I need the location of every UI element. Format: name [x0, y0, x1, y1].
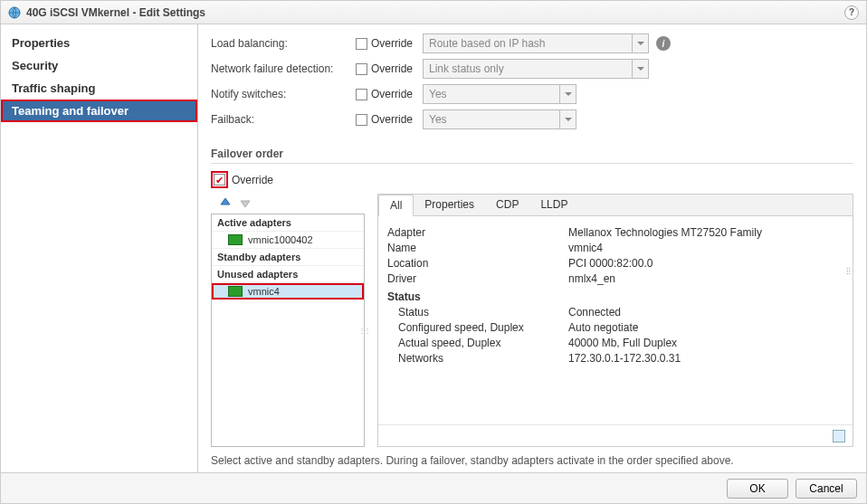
- category-active-adapters: Active adapters: [212, 214, 364, 232]
- dropdown-failure-detection[interactable]: Link status only: [423, 59, 649, 79]
- chevron-down-icon: [632, 60, 648, 78]
- copy-icon[interactable]: [833, 430, 845, 442]
- detail-tabs: All Properties CDP LLDP: [378, 195, 853, 216]
- status-header: Status: [387, 290, 843, 303]
- tab-lldp[interactable]: LLDP: [529, 195, 578, 215]
- label-load-balancing: Load balancing:: [211, 37, 356, 50]
- adapter-detail-panel: All Properties CDP LLDP AdapterMellanox …: [377, 194, 853, 447]
- dropdown-notify-switches[interactable]: Yes: [423, 84, 576, 104]
- override-load-balancing[interactable]: Override: [356, 37, 423, 50]
- override-failure-detection[interactable]: Override: [356, 62, 423, 75]
- failover-order-header: Failover order: [211, 142, 853, 164]
- nic-icon: [228, 286, 243, 297]
- category-unused-adapters: Unused adapters: [212, 266, 364, 283]
- category-standby-adapters: Standby adapters: [212, 249, 364, 266]
- sidebar-item-teaming-failover[interactable]: Teaming and failover: [1, 100, 197, 122]
- cancel-button[interactable]: Cancel: [796, 479, 857, 499]
- adapter-row-vmnic4[interactable]: vmnic4: [212, 283, 364, 300]
- label-notify-switches: Notify switches:: [211, 88, 356, 100]
- chevron-down-icon: [632, 34, 648, 52]
- checkbox-icon: [356, 38, 367, 50]
- dropdown-load-balancing[interactable]: Route based on IP hash: [423, 33, 649, 53]
- tab-all[interactable]: All: [378, 195, 414, 216]
- nic-icon: [228, 234, 243, 245]
- sidebar-item-traffic-shaping[interactable]: Traffic shaping: [1, 77, 197, 100]
- sidebar-item-security[interactable]: Security: [1, 54, 197, 77]
- chevron-down-icon: [559, 85, 576, 103]
- adapter-row-vmnic1000402[interactable]: vmnic1000402: [212, 232, 364, 249]
- title-bar: 40G iSCSI VMkernel - Edit Settings ?: [1, 1, 866, 24]
- dropdown-failback[interactable]: Yes: [423, 109, 576, 129]
- checkbox-icon: [356, 89, 367, 100]
- window-title: 40G iSCSI VMkernel - Edit Settings: [26, 6, 205, 19]
- ok-button[interactable]: OK: [727, 479, 788, 499]
- adapter-order-panel: Active adapters vmnic1000402 Standby ada…: [211, 194, 365, 447]
- adapter-list: Active adapters vmnic1000402 Standby ada…: [211, 214, 365, 447]
- move-down-button[interactable]: [238, 195, 252, 210]
- override-failover-label: Override: [232, 174, 273, 186]
- scroll-handle-icon[interactable]: ······: [846, 267, 851, 275]
- checkbox-icon: [356, 114, 367, 126]
- tab-properties[interactable]: Properties: [414, 195, 485, 215]
- resize-handle-icon[interactable]: ⋮⋮: [358, 327, 369, 335]
- chevron-down-icon: [559, 110, 576, 128]
- label-failback: Failback:: [211, 113, 356, 126]
- detail-body: AdapterMellanox Technologies MT27520 Fam…: [378, 216, 853, 424]
- override-notify-switches[interactable]: Override: [356, 88, 423, 100]
- help-icon[interactable]: ?: [844, 5, 859, 20]
- override-failover-order[interactable]: ✔: [211, 171, 228, 188]
- content-area: Load balancing: Override Route based on …: [198, 24, 866, 472]
- sidebar-item-properties[interactable]: Properties: [1, 32, 197, 54]
- checkbox-checked-icon: ✔: [214, 174, 225, 185]
- override-failback[interactable]: Override: [356, 113, 423, 126]
- dialog-footer: OK Cancel: [1, 472, 866, 503]
- move-up-button[interactable]: [218, 195, 233, 210]
- network-globe-icon: [8, 6, 21, 19]
- tab-cdp[interactable]: CDP: [485, 195, 529, 215]
- label-failure-detection: Network failure detection:: [211, 62, 356, 75]
- failover-hint-text: Select active and standby adapters. Duri…: [211, 454, 853, 467]
- settings-sidebar: Properties Security Traffic shaping Team…: [1, 24, 198, 472]
- info-icon[interactable]: i: [656, 36, 671, 51]
- checkbox-icon: [356, 63, 367, 75]
